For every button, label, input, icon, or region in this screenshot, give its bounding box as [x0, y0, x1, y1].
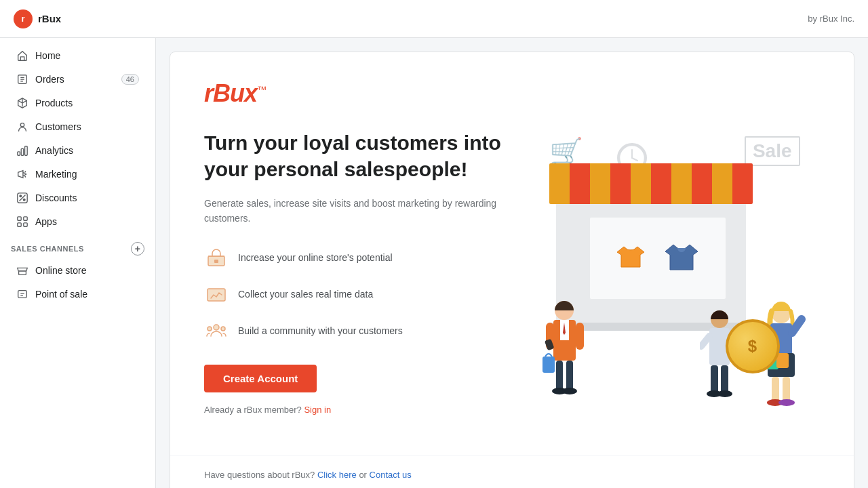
main-layout: Home Orders 46 Products Customers: [0, 38, 868, 488]
top-header: r rBux by rBux Inc.: [0, 0, 868, 38]
sidebar-label-customers: Customers: [35, 121, 81, 132]
sidebar-label-marketing: Marketing: [35, 169, 77, 180]
feature-item-1: Increase your online store's potential: [204, 245, 502, 270]
click-here-link[interactable]: Click here: [317, 470, 357, 480]
content-left: Turn your loyal customers into your pers…: [204, 129, 502, 415]
content-card: rBux™ Turn your loyal customers into you…: [170, 52, 854, 488]
sidebar-item-pos[interactable]: Point of sale: [5, 283, 150, 306]
svg-point-19: [221, 327, 225, 331]
svg-rect-11: [24, 223, 27, 226]
add-sales-channel-button[interactable]: +: [131, 242, 144, 256]
sidebar-label-products: Products: [35, 98, 73, 108]
apps-icon: [16, 216, 28, 228]
sidebar-item-products[interactable]: Products: [5, 92, 150, 115]
svg-rect-3: [21, 148, 24, 155]
svg-point-18: [208, 327, 212, 331]
tshirt-icon: [614, 241, 648, 275]
person-businessman: [542, 296, 587, 401]
subtext: Generate sales, increase site visits and…: [204, 196, 502, 226]
svg-rect-51: [711, 365, 718, 394]
sidebar-item-analytics[interactable]: Analytics: [5, 139, 150, 162]
sweater-icon: [661, 238, 702, 279]
sales-channels-section: SALES CHANNELS +: [0, 234, 155, 258]
sidebar-item-online-store[interactable]: Online store: [5, 259, 150, 282]
sidebar-label-analytics: Analytics: [35, 145, 73, 156]
svg-rect-30: [542, 357, 555, 373]
rbux-logo: rBux™: [204, 79, 820, 108]
already-member-text: Already a rBux member? Sign in: [204, 405, 502, 415]
sidebar-label-pos: Point of sale: [35, 289, 87, 300]
store-window: [590, 218, 726, 299]
features-list: Increase your online store's potential C: [204, 245, 502, 343]
sales-channels-label: SALES CHANNELS: [11, 245, 84, 253]
coin-icon: $: [726, 319, 780, 373]
feature-text-2: Collect your sales real time data: [238, 289, 373, 300]
header-logo: r: [14, 9, 33, 28]
svg-line-22: [632, 158, 637, 161]
sidebar-item-marketing[interactable]: Marketing: [5, 163, 150, 186]
store-icon: [16, 264, 28, 277]
svg-rect-52: [721, 365, 728, 394]
svg-point-34: [562, 388, 577, 394]
svg-rect-31: [556, 361, 563, 391]
create-account-button[interactable]: Create Account: [204, 365, 317, 392]
svg-rect-44: [783, 377, 790, 403]
svg-rect-29: [576, 323, 584, 350]
svg-point-6: [23, 199, 25, 201]
svg-rect-12: [19, 271, 26, 274]
orders-badge: 46: [121, 74, 139, 85]
feature-item-2: Collect your sales real time data: [204, 282, 502, 306]
home-icon: [16, 49, 28, 62]
content-body: Turn your loyal customers into your pers…: [204, 129, 820, 415]
svg-rect-15: [214, 260, 218, 263]
sign-in-link[interactable]: Sign in: [304, 405, 331, 415]
store-awning: [549, 163, 753, 204]
pos-icon: [16, 288, 28, 300]
sale-decoration: Sale: [745, 136, 800, 166]
header-brand-name: rBux: [38, 13, 61, 24]
sidebar-item-apps[interactable]: Apps: [5, 210, 150, 233]
svg-rect-16: [208, 289, 225, 301]
store-potential-icon: [204, 245, 229, 270]
sidebar-item-orders[interactable]: Orders 46: [5, 68, 150, 91]
sidebar-label-home: Home: [35, 50, 60, 61]
card-inner: rBux™ Turn your loyal customers into you…: [170, 52, 854, 442]
main-content: rBux™ Turn your loyal customers into you…: [156, 38, 868, 488]
sidebar-item-home[interactable]: Home: [5, 44, 150, 67]
svg-point-54: [717, 390, 732, 397]
data-icon: [204, 282, 229, 306]
header-by-text: by rBux Inc.: [808, 14, 854, 24]
analytics-icon: [16, 144, 28, 157]
contact-us-link[interactable]: Contact us: [370, 470, 412, 480]
sidebar-label-apps: Apps: [35, 216, 57, 227]
feature-text-3: Build a community with your customers: [238, 325, 403, 336]
svg-rect-4: [25, 146, 28, 156]
marketing-icon: [16, 168, 28, 180]
svg-rect-2: [18, 152, 20, 155]
sidebar-item-discounts[interactable]: Discounts: [5, 186, 150, 209]
svg-rect-13: [18, 291, 27, 298]
svg-point-5: [20, 195, 22, 197]
svg-rect-32: [566, 361, 573, 391]
svg-line-49: [701, 336, 709, 346]
svg-rect-8: [18, 217, 21, 220]
svg-rect-9: [24, 217, 27, 220]
sidebar-label-orders: Orders: [35, 74, 64, 85]
products-icon: [16, 97, 28, 109]
svg-rect-10: [18, 223, 21, 226]
svg-point-17: [214, 325, 219, 330]
content-right: 🛒 Sale: [522, 129, 820, 415]
footer-questions: Have questions about rBux? Click here or…: [170, 455, 854, 488]
customers-icon: [16, 121, 28, 133]
headline: Turn your loyal customers into your pers…: [204, 129, 502, 182]
feature-item-3: Build a community with your customers: [204, 319, 502, 343]
feature-text-1: Increase your online store's potential: [238, 252, 393, 263]
orders-icon: [16, 73, 28, 85]
sidebar-item-customers[interactable]: Customers: [5, 115, 150, 138]
sidebar: Home Orders 46 Products Customers: [0, 38, 156, 488]
svg-point-46: [778, 399, 795, 406]
sidebar-label-online-store: Online store: [35, 265, 86, 276]
svg-rect-43: [772, 377, 779, 403]
discounts-icon: [16, 192, 28, 204]
sidebar-label-discounts: Discounts: [35, 192, 77, 203]
